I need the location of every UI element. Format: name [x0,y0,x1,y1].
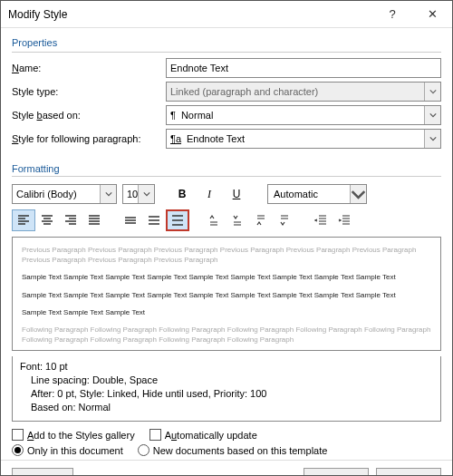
style-type-label: Style type: [12,86,166,97]
chevron-down-icon[interactable] [350,185,366,203]
underline-button[interactable]: U [226,184,247,204]
chevron-down-icon [424,83,440,101]
indent-group [309,209,356,231]
preview-sample-2: Sample Text Sample Text Sample Text Samp… [22,290,431,300]
add-to-gallery-checkbox[interactable]: Add to the Styles gallery [12,429,135,441]
properties-heading: Properties [12,37,441,48]
formatting-heading: Formatting [12,163,441,174]
spacing-1-button[interactable] [119,209,142,231]
space-after-inc-button[interactable] [249,209,273,231]
paragraph-char-icon: ¶a [170,133,181,144]
only-this-doc-radio[interactable]: Only in this document [12,444,123,456]
preview-follow-para: Following Paragraph Following Paragraph … [22,325,431,345]
size-combo[interactable]: 10 [122,184,155,204]
para-spacing-group [202,209,296,231]
preview-sample-1: Sample Text Sample Text Sample Text Samp… [22,272,431,282]
paragraph-icon: ¶ [170,110,176,121]
increase-indent-button[interactable] [333,209,356,231]
based-on-label: Style based on: [12,110,166,121]
font-combo[interactable]: Calibri (Body) [12,184,117,204]
chevron-down-icon[interactable] [100,185,116,203]
ok-button[interactable]: OK [304,468,369,476]
spacing-2-button[interactable] [166,209,189,231]
cancel-button[interactable]: Cancel [376,468,441,476]
following-style-combo[interactable]: ¶a Endnote Text [166,129,441,149]
font-color-combo[interactable]: Automatic [267,184,367,204]
help-button[interactable]: ? [372,1,412,28]
align-right-button[interactable] [59,209,82,231]
close-button[interactable]: ✕ [412,1,452,28]
align-left-button[interactable] [12,209,35,231]
decrease-indent-button[interactable] [309,209,333,231]
space-before-dec-button[interactable] [226,209,249,231]
based-on-combo[interactable]: ¶ Normal [166,105,441,125]
auto-update-checkbox[interactable]: Automatically update [149,429,257,441]
following-style-label: Style for following paragraph: [12,133,166,144]
window-title: Modify Style [8,8,372,21]
align-center-button[interactable] [35,209,59,231]
name-label: Name: [12,63,166,73]
space-after-dec-button[interactable] [273,209,296,231]
space-before-inc-button[interactable] [202,209,226,231]
format-button[interactable]: Format ▾ [12,468,73,476]
preview-sample-3: Sample Text Sample Text Sample Text [22,307,431,317]
chevron-down-icon[interactable] [138,185,154,203]
align-justify-button[interactable] [82,209,106,231]
line-spacing-group [119,209,189,231]
chevron-down-icon[interactable] [424,130,440,148]
style-details: Font: 10 pt Line spacing: Double, Space … [12,356,441,422]
style-type-combo: Linked (paragraph and character) [166,82,441,102]
align-group [12,209,106,231]
titlebar: Modify Style ? ✕ [1,1,452,28]
preview-pane: Previous Paragraph Previous Paragraph Pr… [12,237,441,351]
chevron-down-icon[interactable] [424,106,440,124]
italic-button[interactable]: I [198,184,220,204]
spacing-1-5-button[interactable] [142,209,166,231]
name-input[interactable] [166,58,441,78]
bold-button[interactable]: B [171,184,193,204]
preview-prev-para: Previous Paragraph Previous Paragraph Pr… [22,245,431,265]
new-docs-radio[interactable]: New documents based on this template [138,444,328,456]
